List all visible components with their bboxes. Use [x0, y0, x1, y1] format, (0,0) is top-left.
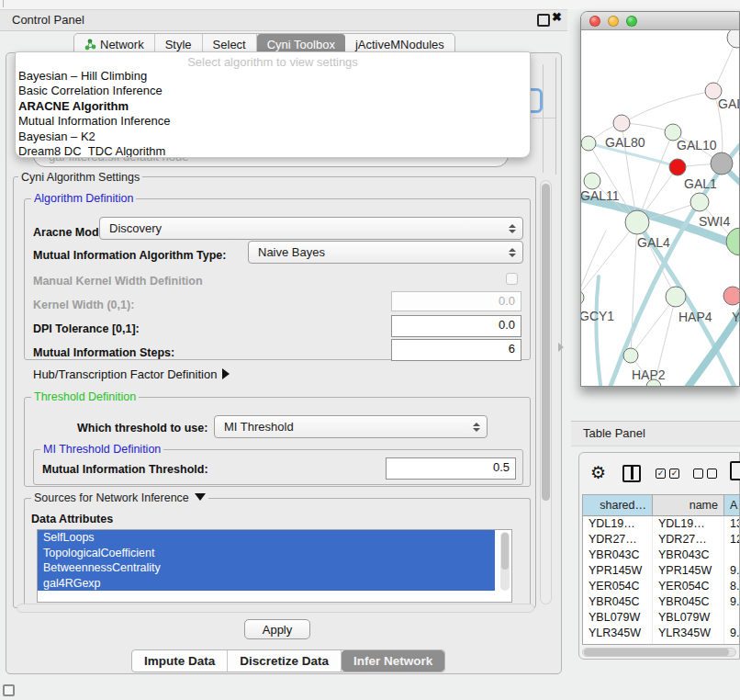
- stepper-icon: [509, 224, 516, 233]
- data-attributes-label: Data Attributes: [31, 513, 113, 525]
- mi-algorithm-type-combo[interactable]: Naive Bayes: [248, 241, 523, 264]
- network-node[interactable]: [711, 152, 733, 175]
- algorithm-dropdown-placeholder: Select algorithm to view settings: [16, 55, 530, 69]
- network-edge[interactable]: [596, 277, 601, 387]
- manual-kernel-width-checkbox[interactable]: [506, 273, 518, 285]
- float-window-icon[interactable]: [537, 14, 550, 27]
- table-row[interactable]: YPR145WYPR145W9.: [583, 563, 739, 579]
- table-cell: 8.: [724, 579, 739, 594]
- table-cell: YDL19…: [583, 516, 653, 532]
- table-row[interactable]: YDL19…YDL19…13: [583, 516, 739, 532]
- network-node[interactable]: [581, 136, 596, 151]
- apply-button[interactable]: Apply: [244, 619, 310, 639]
- network-node[interactable]: [723, 287, 740, 305]
- kernel-width-field[interactable]: 0.0: [391, 291, 521, 311]
- document-icon[interactable]: [730, 461, 740, 480]
- settings-scrollbar-thumb[interactable]: [542, 184, 550, 501]
- algorithm-option-bayesian-k2[interactable]: Bayesian – K2: [16, 130, 530, 144]
- mi-steps-field[interactable]: 6: [391, 339, 521, 361]
- attribute-item-gal4rgexp[interactable]: gal4RGexp: [38, 576, 495, 592]
- table-cell: YLR345W: [653, 626, 724, 641]
- table-row[interactable]: YBR043CYBR043C: [583, 548, 739, 563]
- which-threshold-combo[interactable]: MI Threshold: [214, 415, 488, 438]
- bottom-tabs: Impute DataDiscretize DataInfer Network: [131, 649, 445, 672]
- network-edge[interactable]: [622, 91, 713, 123]
- bottom-tab-infer-network[interactable]: Infer Network: [342, 650, 444, 672]
- table-cell: 12: [724, 532, 739, 548]
- group-border-fragment: [555, 58, 556, 175]
- attribute-item-topologicalcoefficient[interactable]: TopologicalCoefficient: [38, 546, 495, 561]
- column-header-clipped[interactable]: A: [724, 495, 739, 515]
- network-node[interactable]: [726, 228, 740, 255]
- network-window[interactable]: GAL80GALGAL10GAL11GAL1SWI4GAL4GCY1HAP4YH…: [580, 11, 740, 387]
- bottom-tab-impute-data[interactable]: Impute Data: [132, 650, 228, 672]
- minimize-traffic-light[interactable]: [608, 16, 619, 27]
- control-panel-header: [0, 9, 567, 31]
- table-row[interactable]: YLR345WYLR345W9.: [583, 626, 739, 641]
- network-graph: GAL80GALGAL10GAL11GAL1SWI4GAL4GCY1HAP4YH…: [581, 30, 740, 387]
- network-node[interactable]: [613, 115, 630, 131]
- zoom-traffic-light[interactable]: [626, 16, 637, 27]
- table-cell: 9.: [724, 641, 739, 645]
- top-tick-mark: [3, 0, 4, 7]
- network-edge[interactable]: [631, 222, 637, 356]
- aracne-mode-label: Aracne Mode:: [33, 226, 109, 239]
- node-label-gal10: GAL10: [677, 138, 717, 152]
- network-node[interactable]: [727, 30, 740, 48]
- network-node[interactable]: [623, 348, 638, 363]
- show-checked-columns-icon[interactable]: ✓✓: [656, 469, 679, 479]
- table-cell: YBL079W: [583, 610, 653, 626]
- network-node[interactable]: [669, 159, 686, 175]
- table-row[interactable]: YER054CYER054C8.: [583, 579, 739, 594]
- table-row[interactable]: YDR27…YDR27…12: [583, 532, 739, 548]
- table-cell: [724, 548, 739, 563]
- close-traffic-light[interactable]: [589, 16, 600, 27]
- panel-splitter-handle[interactable]: [558, 343, 564, 352]
- aracne-mode-combo[interactable]: Discovery: [99, 217, 523, 240]
- table-scrollbar-thumb[interactable]: [584, 649, 729, 656]
- tab-label: Cyni Toolbox: [267, 38, 335, 51]
- algorithm-option-bayesian-hill-climbing[interactable]: Bayesian – Hill Climbing: [16, 69, 530, 84]
- network-node[interactable]: [584, 173, 600, 189]
- network-node[interactable]: [625, 210, 649, 234]
- application-root: Control Panel ✖ NetworkStyleSelectCyni T…: [0, 0, 740, 700]
- settings-horizontal-scrollbar[interactable]: [17, 604, 534, 613]
- minimized-window-icon[interactable]: [3, 684, 15, 696]
- dpi-tolerance-field[interactable]: 0.0: [391, 315, 521, 337]
- table-cell: YER054C: [653, 579, 724, 594]
- algorithm-option-mutual-information-inference[interactable]: Mutual Information Inference: [16, 114, 530, 129]
- algorithm-option-basic-correlation-inference[interactable]: Basic Correlation Inference: [16, 84, 530, 98]
- network-edge[interactable]: [581, 222, 637, 298]
- table-cell: [724, 610, 739, 626]
- table-row[interactable]: YIL052CYIL052C9.: [583, 641, 739, 645]
- attributes-scrollbar[interactable]: [500, 532, 510, 591]
- hub-definition-expander[interactable]: Hub/Transcription Factor Definition: [33, 367, 230, 381]
- algorithm-dropdown-popup: Select algorithm to view settings Bayesi…: [15, 51, 531, 158]
- gear-icon[interactable]: ⚙: [590, 462, 606, 483]
- manual-kernel-width-label: Manual Kernel Width Definition: [33, 275, 203, 288]
- network-node[interactable]: [581, 290, 584, 305]
- column-header-name[interactable]: name: [653, 495, 724, 515]
- algorithm-option-aracne-algorithm[interactable]: ARACNE Algorithm: [16, 99, 530, 114]
- mi-threshold-field[interactable]: 0.5: [386, 457, 516, 480]
- network-node[interactable]: [690, 193, 709, 211]
- table-cell: YBR045C: [583, 594, 653, 610]
- column-header-shared-name[interactable]: shared…: [583, 495, 653, 515]
- close-panel-icon[interactable]: ✖: [552, 10, 562, 24]
- network-node[interactable]: [666, 287, 686, 307]
- expand-right-icon: [222, 368, 230, 379]
- sources-group-expander[interactable]: Sources for Network Inference: [31, 491, 208, 504]
- bottom-tab-discretize-data[interactable]: Discretize Data: [228, 650, 342, 672]
- network-window-titlebar[interactable]: [581, 12, 739, 30]
- attribute-item-selfloops[interactable]: SelfLoops: [38, 530, 495, 546]
- network-canvas-container[interactable]: GAL80GALGAL10GAL11GAL1SWI4GAL4GCY1HAP4YH…: [581, 30, 740, 387]
- table-cell: YBR045C: [653, 594, 724, 610]
- hide-columns-icon[interactable]: [693, 469, 717, 479]
- split-panel-icon[interactable]: [622, 465, 641, 482]
- algorithm-option-dream8-dc-tdc-algorithm[interactable]: Dream8 DC_TDC Algorithm: [16, 144, 530, 158]
- table-row[interactable]: YBR045CYBR045C9.: [583, 594, 739, 610]
- attribute-item-betweennesscentrality[interactable]: BetweennessCentrality: [38, 560, 495, 576]
- table-header-row: shared… name A: [583, 495, 739, 516]
- network-edge[interactable]: [637, 222, 676, 297]
- table-row[interactable]: YBL079WYBL079W: [583, 610, 739, 626]
